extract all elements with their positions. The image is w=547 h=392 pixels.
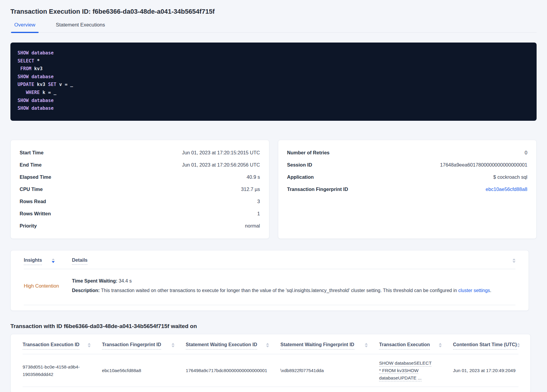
cell-transaction-execution-id: 9738d051-bc0e-4158-a9b4-1903586ddd42 (23, 363, 102, 378)
transaction-details-page: Transaction Execution ID: f6be6366-da03-… (0, 7, 547, 392)
cell-statement-waiting-fingerprint-id: \xdb8922f077541dda (280, 367, 379, 374)
tab-bar: Overview Statement Executions (10, 22, 537, 33)
sort-arrows-icon[interactable] (517, 343, 520, 347)
transaction-sql-box: SHOW databaseSELECT * FROM kv3SHOW datab… (10, 43, 537, 121)
sql-statements: SHOW databaseSELECT * FROM kv3SHOW datab… (18, 49, 529, 112)
summary-row-elapsed-time: Elapsed Time 40.9 s (20, 171, 260, 183)
row-label: Transaction Fingerprint ID (287, 186, 348, 192)
row-value: 40.9 s (247, 174, 260, 180)
row-value: $ cockroach sql (493, 174, 527, 180)
waited-on-heading: Transaction with ID f6be6366-da03-48de-a… (10, 323, 537, 330)
row-value: Jun 01, 2023 at 17:20:15:2015 UTC (182, 150, 260, 156)
summary-row-rows-written: Rows Written 1 (20, 208, 260, 220)
row-label: Priority (20, 223, 37, 229)
sort-arrows-icon[interactable] (365, 343, 368, 347)
row-value: 0 (525, 150, 527, 156)
row-label: Start Time (20, 150, 43, 156)
summary-row-retries: Number of Retries 0 (287, 147, 528, 159)
column-header-transaction-execution-id[interactable]: Transaction Execution ID (23, 342, 102, 349)
sort-arrows-icon[interactable] (88, 343, 91, 347)
sort-arrows-icon[interactable] (172, 343, 175, 347)
details-column-label[interactable]: Details (72, 258, 87, 265)
insights-table-card: Insights Details High Contention Time Sp… (10, 250, 529, 311)
time-spent-waiting: Time Spent Waiting: 34.4 s (72, 276, 515, 286)
insight-type-label: High Contention (24, 283, 72, 289)
column-header-transaction-execution[interactable]: Transaction Execution (379, 342, 453, 349)
insights-column-label[interactable]: Insights (24, 258, 42, 265)
row-label: End Time (20, 162, 42, 168)
summary-row-priority: Priority normal (20, 220, 260, 232)
column-header-statement-waiting-execution-id[interactable]: Statement Waiting Execution ID (186, 342, 281, 349)
row-label: Elapsed Time (20, 174, 51, 180)
summary-row-end-time: End Time Jun 01, 2023 at 17:20:56:2056 U… (20, 159, 260, 171)
summary-cards: Start Time Jun 01, 2023 at 17:20:15:2015… (10, 140, 537, 239)
column-header-statement-waiting-fingerprint-id[interactable]: Statement Waiting Fingerprint ID (280, 342, 379, 349)
page-title: Transaction Execution ID: f6be6366-da03-… (10, 7, 537, 16)
cell-transaction-fingerprint-id: ebc10ae56cfd88a8 (102, 367, 186, 374)
row-value: Jun 01, 2023 at 17:20:56:2056 UTC (182, 162, 260, 168)
row-label: Session ID (287, 162, 312, 168)
execution-summary-card: Start Time Jun 01, 2023 at 17:20:15:2015… (10, 140, 269, 239)
cell-transaction-execution: SHOW databaseSELECT * FROM kv3SHOW datab… (379, 359, 453, 382)
sort-arrows-icon[interactable] (52, 258, 55, 263)
transaction-execution-link[interactable]: SHOW databaseSELECT * FROM kv3SHOW datab… (379, 359, 432, 382)
session-summary-card: Number of Retries 0 Session ID 17648a9ee… (278, 140, 537, 239)
row-label: Rows Read (20, 199, 46, 204)
column-header-contention-start-time[interactable]: Contention Start Time (UTC) (453, 342, 518, 349)
summary-row-rows-read: Rows Read 3 (20, 195, 260, 208)
insights-table-header: Insights Details (24, 250, 515, 269)
summary-row-application: Application $ cockroach sql (287, 171, 528, 183)
row-label: Number of Retries (287, 150, 330, 156)
row-value: normal (245, 223, 260, 229)
transaction-fingerprint-link[interactable]: ebc10ae56cfd88a8 (486, 186, 527, 192)
row-label: CPU Time (20, 186, 43, 192)
waited-on-table-card: Transaction Execution ID Transaction Fin… (10, 334, 531, 392)
tab-statement-executions[interactable]: Statement Executions (53, 22, 108, 32)
table-row: 9738d051-bc0e-4158-a9b4-1903586ddd42 ebc… (23, 354, 518, 387)
summary-row-transaction-fingerprint-id: Transaction Fingerprint ID ebc10ae56cfd8… (287, 183, 528, 195)
row-label: Application (287, 174, 314, 180)
cell-statement-waiting-execution-id: 176498a9c717bdc80000000000000001 (186, 367, 281, 374)
row-value: 1 (257, 211, 260, 217)
row-label: Rows Written (20, 211, 51, 217)
summary-row-cpu-time: CPU Time 312.7 µs (20, 183, 260, 195)
waited-on-table-header: Transaction Execution ID Transaction Fin… (23, 334, 518, 354)
row-value: 17648a9eea6017800000000000000001 (440, 162, 527, 168)
tab-overview[interactable]: Overview (11, 22, 39, 32)
sort-arrows-icon[interactable] (513, 258, 515, 263)
sort-arrows-icon[interactable] (266, 343, 269, 347)
row-value: 3 (257, 199, 260, 204)
summary-row-session-id: Session ID 17648a9eea6017800000000000000… (287, 159, 528, 171)
insight-row: High Contention Time Spent Waiting: 34.4… (24, 269, 515, 305)
column-header-transaction-fingerprint-id[interactable]: Transaction Fingerprint ID (102, 342, 186, 349)
sort-arrows-icon[interactable] (439, 343, 442, 347)
summary-row-start-time: Start Time Jun 01, 2023 at 17:20:15:2015… (20, 147, 260, 159)
cluster-settings-link[interactable]: cluster settings (458, 288, 490, 293)
cell-contention-start-time: Jun 01, 2023 at 17:20:49:2049 (453, 367, 518, 374)
insight-details: Time Spent Waiting: 34.4 s Description: … (72, 276, 515, 295)
details-column-header[interactable]: Details (72, 258, 87, 263)
insight-description: Description: This transaction waited on … (72, 286, 515, 295)
insights-column-header[interactable]: Insights (24, 258, 72, 265)
row-value: 312.7 µs (241, 186, 260, 192)
